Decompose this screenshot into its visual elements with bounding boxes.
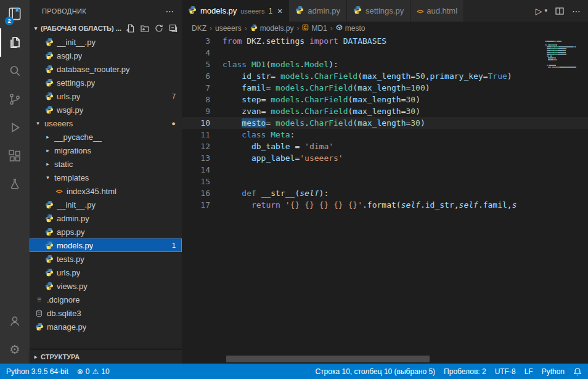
code-line[interactable]: 15 — [182, 176, 588, 187]
code-line[interactable]: 7 famil= models.CharField(max_length=100… — [182, 82, 588, 94]
code-line[interactable]: 3from DKZ.settings import DATABASES — [182, 35, 588, 47]
tab-admin.py[interactable]: admin.py — [289, 0, 347, 22]
explorer-icon[interactable] — [0, 28, 30, 57]
chevron-right-icon: ▸ — [44, 147, 51, 153]
breadcrumb-label: useeers — [215, 24, 242, 33]
file-label: asgi.py — [57, 51, 82, 60]
tree-item[interactable]: ≡.dcignore — [30, 293, 182, 306]
code-line[interactable]: 16 def __str__(self): — [182, 187, 588, 199]
breadcrumb-item-models.py[interactable]: models.py — [250, 24, 294, 33]
code-line[interactable]: 12 db_table = 'dima' — [182, 141, 588, 152]
tree-item[interactable]: models.py1 — [30, 238, 182, 252]
tree-item[interactable]: urls.py7 — [30, 89, 182, 103]
line-number: 14 — [182, 164, 223, 176]
code-line[interactable]: 14 — [182, 164, 588, 176]
tree-item[interactable]: urls.py — [30, 266, 182, 279]
file-label: db.sqlite3 — [47, 309, 81, 318]
tree-item[interactable]: wsgi.py — [30, 103, 182, 116]
tree-item[interactable]: ▸__pycache__ — [30, 130, 182, 144]
new-folder-icon[interactable] — [140, 23, 150, 33]
outline-section-header[interactable]: ▸ СТРУКТУРА — [30, 349, 182, 364]
eol-status[interactable]: LF — [525, 367, 533, 376]
tree-item[interactable]: ▾useeers● — [30, 116, 182, 130]
line-text: db_table = 'dima' — [223, 141, 333, 152]
tree-item[interactable]: <>index345.html — [30, 184, 182, 198]
python-interpreter[interactable]: Python 3.9.5 64-bit — [6, 367, 68, 376]
cursor-position[interactable]: Строка 10, столбец 10 (выбрано 5) — [315, 367, 435, 376]
horizontal-scrollbar[interactable] — [226, 356, 430, 362]
collapse-all-icon[interactable] — [168, 23, 178, 33]
indentation-status[interactable]: Пробелов: 2 — [444, 367, 486, 376]
tree-item[interactable]: ▸static — [30, 157, 182, 171]
breadcrumb-separator-icon: › — [245, 24, 247, 33]
run-debug-icon[interactable] — [0, 113, 30, 142]
chevron-down-icon: ▾ — [35, 120, 41, 126]
tree-item[interactable]: views.py — [30, 279, 182, 293]
account-icon[interactable] — [0, 307, 30, 335]
language-mode[interactable]: Python — [542, 367, 565, 376]
source-control-icon[interactable] — [0, 85, 30, 113]
code-line[interactable]: 17 return '{} {} {} {} {}'.format(self.i… — [182, 199, 588, 211]
tree-item[interactable]: database_roouter.py — [30, 62, 182, 76]
workspace-section-header[interactable]: ▾ (РАБОЧАЯ ОБЛАСТЬ) ... — [30, 22, 182, 35]
app-logo-icon[interactable]: 2 — [0, 0, 30, 28]
code-line[interactable]: 8 step= models.CharField(max_length=30) — [182, 94, 588, 105]
code-line[interactable]: 9 zvan= models.CharField(max_length=30) — [182, 105, 588, 117]
run-dropdown-icon[interactable]: ▾ — [544, 8, 547, 14]
tree-item[interactable]: db.sqlite3 — [30, 306, 182, 320]
run-button[interactable]: ▷ — [536, 7, 542, 15]
tab-label: admin.py — [308, 6, 340, 15]
split-editor-icon[interactable] — [555, 6, 565, 16]
encoding-status[interactable]: UTF-8 — [495, 367, 516, 376]
editor-more-icon[interactable]: ⋯ — [572, 7, 581, 15]
workspace-label: (РАБОЧАЯ ОБЛАСТЬ) ... — [41, 25, 121, 32]
ignore-file-icon: ≡ — [35, 295, 44, 304]
refresh-icon[interactable] — [154, 23, 164, 33]
tree-item[interactable]: admin.py — [30, 211, 182, 225]
minimap[interactable] — [545, 35, 583, 64]
code-line[interactable]: 11 class Meta: — [182, 129, 588, 141]
tree-item[interactable]: asgi.py — [30, 49, 182, 62]
notifications-bell-icon[interactable] — [573, 367, 582, 376]
line-text: id_str= models.CharField(max_length=50,p… — [223, 70, 512, 82]
tree-item[interactable]: __init__.py — [30, 35, 182, 49]
close-icon[interactable]: × — [277, 6, 282, 16]
tree-item[interactable]: ▾templates — [30, 171, 182, 184]
breadcrumb-label: mesto — [345, 24, 365, 33]
tree-item[interactable]: ▸migrations — [30, 144, 182, 157]
tree-item[interactable]: manage.py — [30, 320, 182, 333]
tree-item[interactable]: tests.py — [30, 252, 182, 266]
code-editor[interactable]: 3from DKZ.settings import DATABASES45cla… — [182, 35, 588, 364]
python-file-icon — [44, 227, 54, 236]
tab-settings.py[interactable]: settings.py — [347, 0, 410, 22]
breadcrumb-item-DKZ[interactable]: DKZ — [192, 24, 206, 33]
breadcrumb-separator-icon: › — [210, 24, 212, 33]
file-label: apps.py — [57, 227, 85, 237]
code-line[interactable]: 6 id_str= models.CharField(max_length=50… — [182, 70, 588, 82]
breadcrumb-item-MD1[interactable]: MD1 — [302, 24, 327, 33]
python-file-icon — [44, 105, 54, 114]
tab-aud.html[interactable]: <>aud.html — [410, 0, 464, 22]
tree-item[interactable]: apps.py — [30, 225, 182, 238]
code-line[interactable]: 4 — [182, 47, 588, 59]
code-line[interactable]: 10 mesto= models.CharField(max_length=30… — [182, 117, 588, 129]
tree-item[interactable]: settings.py — [30, 76, 182, 89]
settings-gear-icon[interactable]: ⚙ — [0, 335, 30, 364]
code-line[interactable]: 5class MD1(models.Model): — [182, 59, 588, 70]
breadcrumb-item-useeers[interactable]: useeers — [215, 24, 242, 33]
tab-models.py[interactable]: models.pyuseeers1× — [182, 0, 289, 22]
status-bar-right: Строка 10, столбец 10 (выбрано 5) Пробел… — [315, 367, 582, 376]
tab-label: models.py — [200, 6, 237, 15]
line-number: 6 — [182, 70, 223, 82]
tree-item[interactable]: __init__.py — [30, 198, 182, 211]
breadcrumb-item-mesto[interactable]: mesto — [336, 24, 365, 33]
line-text: step= models.CharField(max_length=30) — [223, 94, 420, 105]
problems-status[interactable]: ⊗ 0 ⚠ 10 — [77, 367, 110, 376]
extensions-icon[interactable] — [0, 142, 30, 170]
sidebar-more-icon[interactable]: ⋯ — [166, 6, 174, 16]
code-line[interactable]: 13 app_label='useeers' — [182, 152, 588, 164]
testing-icon[interactable] — [0, 170, 30, 198]
python-file-icon — [44, 241, 54, 250]
new-file-icon[interactable] — [126, 23, 136, 33]
search-icon[interactable] — [0, 57, 30, 85]
